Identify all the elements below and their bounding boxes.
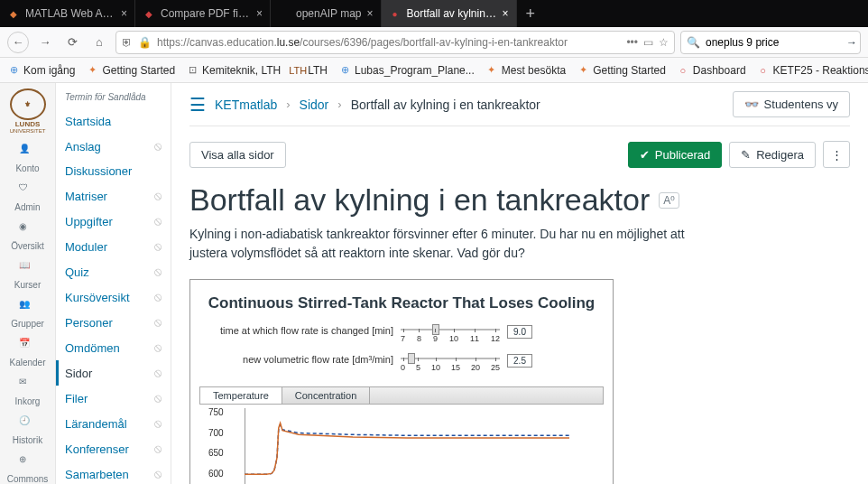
- search-icon: 🔍: [687, 36, 700, 49]
- course-nav-item[interactable]: Diskussioner: [56, 159, 171, 183]
- tab-label: Compare PDF files - 100% Free: [161, 7, 251, 20]
- nav-label: Admin: [14, 202, 40, 212]
- view-all-pages-button[interactable]: Visa alla sidor: [189, 142, 286, 168]
- tab-temperature[interactable]: Temperature: [200, 387, 282, 404]
- reader-icon[interactable]: ▭: [643, 36, 653, 49]
- browser-tab[interactable]: ◆Compare PDF files - 100% Free×: [135, 0, 271, 27]
- bookmark-icon: ⊡: [186, 64, 199, 77]
- bookmark-icon: ⊕: [338, 64, 351, 77]
- hidden-icon: ⦸: [154, 139, 162, 154]
- slider1-label: time at which flow rate is changed [min]: [199, 325, 393, 336]
- course-nav-item[interactable]: Uppgifter⦸: [56, 209, 171, 234]
- nav-label: Inkorg: [15, 396, 41, 406]
- course-nav-item[interactable]: Samarbeten⦸: [56, 461, 171, 484]
- course-nav-item[interactable]: Kursöversikt⦸: [56, 284, 171, 310]
- course-nav-item[interactable]: Sidor⦸: [56, 360, 171, 386]
- edit-button[interactable]: ✎Redigera: [729, 142, 816, 168]
- course-nav-label: Sidor: [65, 367, 92, 380]
- y-tick-label: 650: [208, 448, 224, 458]
- course-nav-label: Konferenser: [65, 442, 129, 456]
- close-tab-icon[interactable]: ×: [256, 7, 263, 20]
- new-tab-button[interactable]: +: [517, 0, 545, 27]
- bookmark-item[interactable]: ○KETF25 - Reaktionstek...: [757, 64, 868, 77]
- bookmark-item[interactable]: ⊕Lubas_Program_Plane...: [338, 64, 475, 77]
- bookmark-item[interactable]: ⊕Kom igång: [7, 64, 75, 77]
- course-nav-item[interactable]: Matriser⦸: [56, 183, 171, 209]
- course-nav-item[interactable]: Personer⦸: [56, 310, 171, 335]
- global-nav-översikt[interactable]: ◉Översikt: [0, 217, 55, 256]
- forward-button[interactable]: →: [34, 32, 56, 53]
- close-tab-icon[interactable]: ×: [121, 7, 127, 20]
- global-nav-kurser[interactable]: 📖Kurser: [0, 256, 55, 294]
- bookmark-item[interactable]: ○Dashboard: [677, 64, 746, 77]
- hamburger-icon[interactable]: ☰: [189, 94, 206, 116]
- global-nav-kalender[interactable]: 📅Kalender: [0, 333, 55, 372]
- search-bar[interactable]: 🔍 →: [680, 31, 861, 54]
- bookmark-item[interactable]: ✦Getting Started: [86, 64, 175, 77]
- immersive-reader-button[interactable]: A⁰: [659, 192, 679, 209]
- hidden-icon: ⦸: [154, 340, 162, 355]
- reload-button[interactable]: ⟳: [61, 32, 83, 53]
- slider2-value[interactable]: 2.5: [507, 354, 532, 368]
- tab-concentration[interactable]: Concentration: [282, 387, 371, 404]
- course-nav-item[interactable]: Anslag⦸: [56, 134, 171, 159]
- browser-tab[interactable]: openAIP map×: [271, 0, 382, 27]
- course-nav-item[interactable]: Filer⦸: [56, 386, 171, 411]
- tab-label: openAIP map: [296, 7, 362, 20]
- home-button[interactable]: ⌂: [88, 32, 110, 53]
- hidden-icon: ⦸: [154, 189, 162, 203]
- course-nav-item[interactable]: Konferenser⦸: [56, 436, 171, 461]
- global-nav-admin[interactable]: 🛡Admin: [0, 178, 55, 217]
- browser-nav-bar: ← → ⟳ ⌂ ⛨ 🔒 https://canvas.education.lu.…: [0, 27, 868, 58]
- bookmark-item[interactable]: ⊡Kemiteknik, LTH: [186, 64, 281, 77]
- global-nav-inkorg[interactable]: ✉Inkorg: [0, 372, 55, 411]
- bookmark-icon: ⊕: [7, 64, 20, 77]
- slider1[interactable]: 789101112: [401, 325, 500, 352]
- bookmark-star-icon[interactable]: ☆: [659, 36, 669, 49]
- tab-label: MATLAB Web Apps: [25, 7, 115, 20]
- course-nav-item[interactable]: Startsida: [56, 109, 171, 134]
- course-nav-label: Diskussioner: [65, 164, 132, 178]
- bookmark-item[interactable]: ✦Getting Started: [577, 64, 666, 77]
- slider1-value[interactable]: 9.0: [507, 325, 532, 339]
- page-body: Kylning i non-adiabatisk tankreaktor för…: [189, 225, 695, 263]
- crumb-section[interactable]: Sidor: [300, 98, 329, 112]
- bookmark-item[interactable]: LTHLTH: [291, 64, 328, 77]
- crumb-course[interactable]: KETmatlab: [215, 98, 277, 112]
- hidden-icon: ⦸: [154, 467, 162, 481]
- nav-icon: ⊕: [19, 454, 37, 472]
- search-go-icon[interactable]: →: [846, 36, 857, 49]
- browser-tab[interactable]: ◆MATLAB Web Apps×: [0, 0, 135, 27]
- hidden-icon: ⦸: [154, 265, 162, 279]
- search-input[interactable]: [706, 36, 841, 49]
- hidden-icon: ⦸: [154, 391, 162, 405]
- nav-icon: 📖: [19, 260, 37, 278]
- browser-tab[interactable]: ●Bortfall av kylning i en tankreak×: [382, 0, 517, 27]
- published-button[interactable]: ✔Publicerad: [628, 142, 722, 168]
- course-nav-item[interactable]: Quiz⦸: [56, 259, 171, 284]
- ellipsis-icon[interactable]: •••: [626, 36, 638, 49]
- close-tab-icon[interactable]: ×: [367, 7, 374, 20]
- course-nav-item[interactable]: Moduler⦸: [56, 234, 171, 259]
- hidden-icon: ⦸: [154, 290, 162, 304]
- matlab-figure: Continuous Stirred-Tank Reactor That Los…: [189, 279, 614, 484]
- url-bar[interactable]: ⛨ 🔒 https://canvas.education.lu.se/cours…: [115, 31, 675, 54]
- global-nav-grupper[interactable]: 👥Grupper: [0, 294, 55, 333]
- global-nav-historik[interactable]: 🕘Historik: [0, 411, 55, 450]
- close-tab-icon[interactable]: ×: [503, 7, 509, 20]
- logo-lunds[interactable]: ⚜ LUNDS UNIVERSITET: [5, 88, 51, 134]
- course-nav-item[interactable]: Omdömen⦸: [56, 335, 171, 360]
- term-label: Termin för Sandlåda: [56, 92, 171, 109]
- more-actions-button[interactable]: ⋮: [823, 141, 850, 168]
- back-button[interactable]: ←: [7, 32, 29, 53]
- nav-label: Översikt: [11, 241, 44, 251]
- global-nav-commons[interactable]: ⊕Commons: [0, 450, 55, 484]
- slider2[interactable]: 0510152025: [401, 354, 500, 381]
- nav-icon: 🕘: [19, 415, 37, 433]
- global-nav-konto[interactable]: 👤Konto: [0, 139, 55, 178]
- bookmark-item[interactable]: ✦Mest besökta: [485, 64, 566, 77]
- course-nav-item[interactable]: Lärandemål⦸: [56, 411, 171, 436]
- course-nav-label: Filer: [65, 392, 88, 405]
- student-view-button[interactable]: 👓Studentens vy: [733, 91, 850, 117]
- pencil-icon: ✎: [741, 148, 751, 162]
